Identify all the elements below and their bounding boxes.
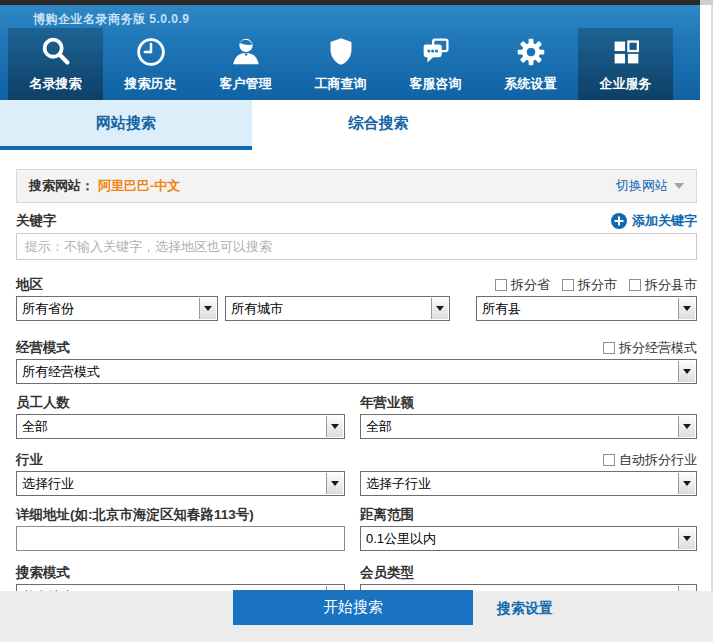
- split-province-checkbox[interactable]: 拆分省: [495, 276, 550, 294]
- checkbox-icon: [603, 342, 615, 354]
- switch-website-label: 切换网站: [616, 177, 668, 195]
- employees-label: 员工人数: [16, 394, 70, 412]
- address-label: 详细地址(如:北京市海淀区知春路113号): [16, 506, 254, 524]
- nav-item-directory-search[interactable]: 名录搜索: [8, 28, 103, 100]
- checkbox-icon: [562, 279, 574, 291]
- city-select-value: 所有城市: [231, 300, 283, 318]
- annual-revenue-select[interactable]: 全部: [360, 414, 697, 439]
- support-chat-icon: [416, 32, 456, 72]
- settings-gear-icon: [511, 32, 551, 72]
- industry-label: 行业: [16, 451, 43, 469]
- sub-industry-select-value: 选择子行业: [366, 475, 431, 493]
- keyword-input[interactable]: [16, 233, 697, 260]
- split-business-mode-checkbox[interactable]: 拆分经营模式: [603, 339, 697, 357]
- nav-item-business-query[interactable]: 工商查询: [293, 28, 388, 100]
- add-keyword-label: 添加关键字: [632, 212, 697, 230]
- checkbox-icon: [495, 279, 507, 291]
- distance-select[interactable]: 0.1公里以内: [360, 526, 697, 551]
- switch-website-button[interactable]: 切换网站: [616, 177, 684, 195]
- nav-label: 搜索历史: [125, 75, 177, 93]
- dropdown-arrow-icon[interactable]: [326, 473, 343, 494]
- nav-label: 客服咨询: [410, 75, 462, 93]
- distance-label: 距离范围: [360, 506, 414, 524]
- nav-label: 企业服务: [600, 75, 652, 93]
- employees-select-value: 全部: [22, 418, 48, 436]
- city-select[interactable]: 所有城市: [225, 296, 450, 321]
- customer-person-icon: [226, 32, 266, 72]
- split-city-checkbox[interactable]: 拆分市: [562, 276, 617, 294]
- window-top-border: [0, 0, 700, 5]
- business-shield-icon: [321, 32, 361, 72]
- dropdown-arrow-icon[interactable]: [678, 298, 695, 319]
- plus-circle-icon: [611, 213, 627, 229]
- chevron-down-icon: [674, 183, 684, 189]
- business-mode-select-value: 所有经营模式: [22, 363, 100, 381]
- member-type-label: 会员类型: [360, 564, 414, 582]
- employees-select[interactable]: 全部: [16, 414, 345, 439]
- province-select[interactable]: 所有省份: [16, 296, 218, 321]
- window-top-border-right: [700, 0, 713, 5]
- nav-item-settings[interactable]: 系统设置: [483, 28, 578, 100]
- search-form: 搜索网站： 阿里巴巴-中文 切换网站 关键字 添加关键字 地区 拆分省 拆分市: [16, 150, 697, 609]
- tab-label: 综合搜索: [349, 114, 409, 133]
- nav-label: 客户管理: [220, 75, 272, 93]
- split-city-label: 拆分市: [578, 276, 617, 294]
- app-title: 博购企业名录商务版 5.0.0.9: [33, 11, 190, 28]
- dropdown-arrow-icon[interactable]: [678, 361, 695, 382]
- dropdown-arrow-icon[interactable]: [199, 298, 216, 319]
- annual-revenue-select-value: 全部: [366, 418, 392, 436]
- search-website-panel: 搜索网站： 阿里巴巴-中文 切换网站: [16, 169, 697, 203]
- province-select-value: 所有省份: [22, 300, 74, 318]
- start-search-button[interactable]: 开始搜索: [233, 590, 473, 625]
- county-select[interactable]: 所有县: [476, 296, 697, 321]
- nav-item-search-history[interactable]: 搜索历史: [103, 28, 198, 100]
- keyword-label: 关键字: [16, 212, 57, 230]
- search-website-value: 阿里巴巴-中文: [98, 177, 180, 195]
- nav-item-support[interactable]: 客服咨询: [388, 28, 483, 100]
- search-icon: [36, 32, 76, 72]
- address-input[interactable]: [16, 526, 345, 551]
- checkbox-icon: [629, 279, 641, 291]
- region-split-options: 拆分省 拆分市 拆分县市: [495, 276, 697, 294]
- tab-combined-search[interactable]: 综合搜索: [252, 100, 505, 146]
- dropdown-arrow-icon[interactable]: [678, 528, 695, 549]
- search-settings-link[interactable]: 搜索设置: [497, 600, 553, 618]
- region-label: 地区: [16, 276, 43, 294]
- annual-revenue-label: 年营业额: [360, 394, 414, 412]
- footer-bar: 开始搜索 搜索设置: [0, 591, 713, 642]
- auto-split-industry-checkbox[interactable]: 自动拆分行业: [603, 451, 697, 469]
- search-mode-label: 搜索模式: [16, 564, 70, 582]
- add-keyword-link[interactable]: 添加关键字: [611, 212, 697, 230]
- split-county-label: 拆分县市: [645, 276, 697, 294]
- history-clock-icon: [131, 32, 171, 72]
- tab-label: 网站搜索: [96, 114, 156, 133]
- dropdown-arrow-icon[interactable]: [678, 473, 695, 494]
- nav-label: 系统设置: [505, 75, 557, 93]
- nav-label: 名录搜索: [30, 75, 82, 93]
- business-mode-label: 经营模式: [16, 339, 70, 357]
- dropdown-arrow-icon[interactable]: [431, 298, 448, 319]
- services-grid-icon: [606, 32, 646, 72]
- search-website-label: 搜索网站：: [29, 177, 94, 195]
- business-mode-select[interactable]: 所有经营模式: [16, 359, 697, 384]
- auto-split-industry-label: 自动拆分行业: [619, 451, 697, 469]
- split-province-label: 拆分省: [511, 276, 550, 294]
- dropdown-arrow-icon[interactable]: [326, 416, 343, 437]
- dropdown-arrow-icon[interactable]: [678, 416, 695, 437]
- checkbox-icon: [603, 454, 615, 466]
- tab-bar: 网站搜索 综合搜索: [0, 100, 713, 150]
- nav-item-customer-management[interactable]: 客户管理: [198, 28, 293, 100]
- industry-select[interactable]: 选择行业: [16, 471, 345, 496]
- app-header: 博购企业名录商务版 5.0.0.9 名录搜索 搜索历史 客: [0, 5, 700, 100]
- nav-item-enterprise-services[interactable]: 企业服务: [578, 28, 673, 100]
- tab-website-search[interactable]: 网站搜索: [0, 100, 252, 146]
- nav-label: 工商查询: [315, 75, 367, 93]
- split-business-mode-label: 拆分经营模式: [619, 339, 697, 357]
- sub-industry-select[interactable]: 选择子行业: [360, 471, 697, 496]
- distance-select-value: 0.1公里以内: [366, 530, 436, 548]
- split-county-checkbox[interactable]: 拆分县市: [629, 276, 697, 294]
- county-select-value: 所有县: [482, 300, 521, 318]
- main-navigation: 名录搜索 搜索历史 客户管理 工商查询: [8, 28, 673, 100]
- industry-select-value: 选择行业: [22, 475, 74, 493]
